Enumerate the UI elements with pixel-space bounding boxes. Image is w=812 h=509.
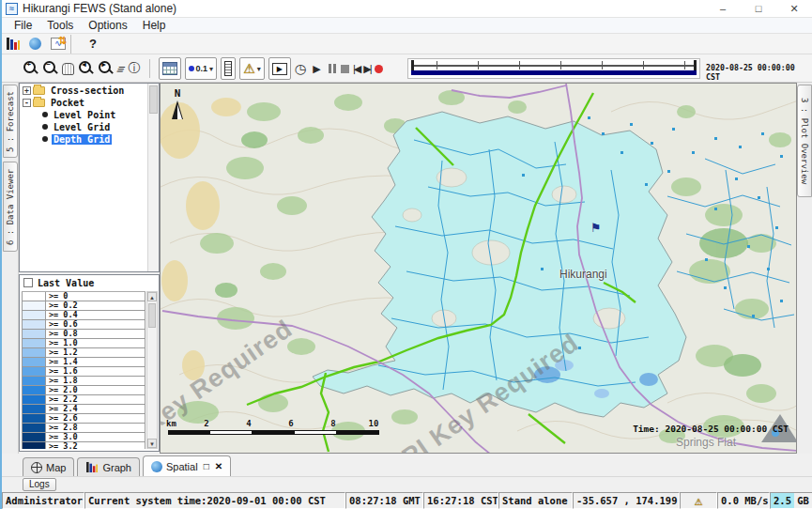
pause-button[interactable] (328, 64, 337, 73)
legend-class-row[interactable]: >= 0.8 (22, 330, 146, 339)
status-coordinates: -35.657 , 174.199 (573, 492, 680, 509)
tree-item-label[interactable]: Level Point (52, 110, 117, 120)
record-button[interactable] (375, 65, 383, 73)
legend-class-row[interactable]: >= 2.2 (22, 395, 146, 405)
go-to-start-button[interactable]: |◀ (353, 63, 360, 75)
maximize-button[interactable]: □ (741, 0, 776, 18)
tab-graph[interactable]: Graph (77, 457, 140, 476)
legend-class-row[interactable]: >= 0 (22, 292, 146, 301)
longitudinal-profile-button[interactable] (221, 57, 236, 80)
minimize-button[interactable]: – (705, 0, 741, 18)
open-archive-button[interactable] (7, 38, 20, 50)
map-toolbar: + − ◂ ▸ ≡ ⓘ 0.1 ▾ ⚠ ▾ ▶ ◷ ▶ |◀ (2, 54, 812, 83)
layers-icon[interactable]: ≡ (115, 62, 129, 76)
zoom-next-icon[interactable]: ▸ (98, 60, 114, 77)
thresholds-dropdown[interactable]: ⚠ ▾ (239, 57, 265, 80)
help-button[interactable]: ? (89, 37, 97, 51)
time-slider-thumb[interactable] (411, 60, 414, 70)
tree-item-label[interactable]: Pocket (49, 98, 86, 108)
legend-class-row[interactable]: >= 0.4 (22, 311, 146, 320)
tree-item-label-selected[interactable]: Depth Grid (52, 134, 112, 145)
tab-close-icon[interactable]: ✕ (215, 461, 222, 471)
data-viewer-panel: + Cross-section - Pocket Level Point Lev… (19, 83, 160, 454)
legend-scrollbar-thumb[interactable] (148, 303, 156, 328)
tab-map[interactable]: Map (23, 457, 74, 476)
info-icon[interactable]: ⓘ (129, 60, 141, 77)
logs-button[interactable]: Logs (23, 478, 56, 491)
tree-item-pocket[interactable]: - Pocket (20, 97, 159, 108)
last-value-checkbox[interactable] (23, 278, 33, 287)
map-time-label: Time: 2020-08-25 00:00:00 CST (633, 424, 789, 434)
tab-forecast[interactable]: 5 : Forecast (3, 85, 18, 158)
legend-class-row[interactable]: >= 2.6 (22, 414, 146, 424)
tree-item-depth-grid[interactable]: Depth Grid (20, 133, 159, 145)
menu-item[interactable]: Options (82, 19, 133, 32)
graph-tab-icon (86, 462, 98, 472)
legend-class-row[interactable]: >= 1.4 (22, 358, 146, 367)
chevron-down-icon: ▾ (257, 65, 261, 73)
tree-item-label[interactable]: Level Grid (52, 122, 112, 132)
timeseries-dialog-button[interactable]: ∿ (51, 38, 66, 50)
legend-class-row[interactable]: >= 3.2 (22, 442, 146, 449)
app-logo-icon: ≈ (6, 3, 18, 15)
animation-timer-icon[interactable]: ◷ (295, 61, 306, 76)
collapse-icon[interactable]: - (23, 99, 31, 107)
scale-tick-label: 6 (281, 419, 301, 428)
legend-class-row[interactable]: >= 1.8 (22, 377, 146, 386)
status-warning-cell[interactable]: ⚠ (680, 492, 717, 509)
scroll-down-icon[interactable]: ▼ (147, 439, 157, 448)
spatial-map-canvas[interactable]: API Key Required API Key Required N ⚑ Hi… (160, 83, 797, 454)
animation-export-button[interactable]: ▶ (268, 57, 291, 80)
time-slider-end (694, 60, 697, 70)
scale-tick-label: 4 (238, 419, 259, 428)
menu-item[interactable]: File (8, 19, 38, 32)
station-marker-icon[interactable]: ⚑ (590, 221, 602, 235)
class-breaks-dropdown[interactable]: 0.1 ▾ (185, 57, 218, 80)
legend-class-row[interactable]: >= 1.2 (22, 348, 146, 358)
place-label-springs-flat: Springs Flat (676, 436, 736, 449)
legend-class-row[interactable]: >= 2.8 (22, 424, 146, 433)
legend-scrollbar[interactable]: ▲ ▼ (146, 291, 158, 449)
legend-color-swatch (22, 424, 46, 433)
folder-icon (33, 86, 45, 95)
legend-class-row[interactable]: >= 1.6 (22, 367, 146, 377)
menu-item[interactable]: Help (136, 19, 173, 32)
legend-class-row[interactable]: >= 0.6 (22, 320, 146, 330)
expand-icon[interactable]: + (23, 86, 31, 95)
tab-spatial-label: Spatial (166, 461, 198, 472)
tree-item-label[interactable]: Cross-section (49, 85, 126, 96)
play-button[interactable]: ▶ (310, 63, 324, 75)
legend-class-row[interactable]: >= 2.4 (22, 405, 146, 414)
zoom-out-icon[interactable]: − (42, 60, 58, 77)
zoom-previous-icon[interactable]: ◂ (78, 60, 94, 77)
warning-icon: ⚠ (243, 62, 255, 75)
open-map-button[interactable] (29, 38, 41, 50)
tab-plot-overview[interactable]: 3 : Plot Overview (797, 85, 812, 197)
zoom-in-icon[interactable]: + (23, 60, 38, 77)
tab-restore-icon[interactable]: □ (204, 461, 209, 471)
status-mode: Stand alone (498, 492, 573, 509)
status-bar: Administrator Current system time:2020-0… (2, 492, 812, 509)
tree-scrollbar[interactable] (147, 84, 159, 271)
stop-button[interactable] (341, 65, 349, 73)
tree-item-level-point[interactable]: Level Point (20, 109, 159, 120)
tree-scrollbar-thumb[interactable] (149, 85, 158, 114)
legend-class-row[interactable]: >= 3.0 (22, 433, 146, 442)
time-slider[interactable] (407, 58, 700, 79)
left-tab-strip: 5 : Forecast 6 : Data Viewer (2, 83, 19, 454)
legend-class-row[interactable]: >= 0.2 (22, 301, 146, 311)
legend-class-row[interactable]: >= 1.0 (22, 339, 146, 348)
tab-spatial[interactable]: Spatial □ ✕ (143, 455, 231, 476)
tree-item-cross-section[interactable]: + Cross-section (20, 85, 159, 96)
pan-icon[interactable] (62, 63, 74, 75)
tree-item-level-grid[interactable]: Level Grid (20, 121, 159, 132)
grid-display-button[interactable] (159, 57, 181, 80)
close-button[interactable]: ✕ (776, 0, 812, 18)
node-bullet-icon (42, 112, 48, 117)
legend-class-row[interactable]: >= 2.0 (22, 386, 146, 395)
status-memory[interactable]: 2.5 GB (770, 492, 812, 509)
scroll-up-icon[interactable]: ▲ (147, 292, 157, 301)
tab-data-viewer[interactable]: 6 : Data Viewer (3, 162, 18, 252)
go-to-end-button[interactable]: ▶| (363, 63, 370, 75)
menu-item[interactable]: Tools (40, 19, 80, 32)
